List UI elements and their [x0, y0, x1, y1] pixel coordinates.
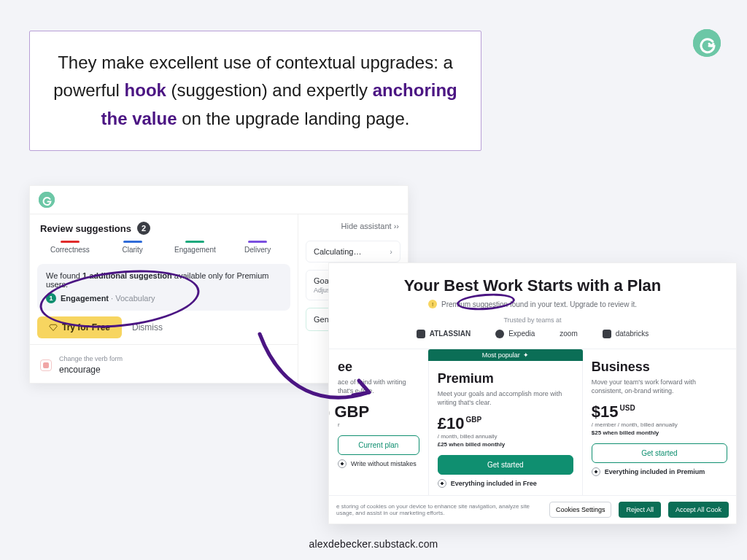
promo-count-dot: 1	[46, 293, 56, 303]
alert-shield-icon	[40, 359, 52, 371]
get-started-business-button[interactable]: Get started	[592, 443, 727, 463]
cookie-banner: e storing of cookies on your device to e…	[329, 495, 736, 524]
headline-text: They make excellent use of contextual up…	[50, 49, 460, 133]
premium-promo-card: We found 1 additional suggestion availab…	[37, 264, 290, 311]
promo-line: We found 1 additional suggestion availab…	[46, 271, 282, 289]
pricing-title: Your Best Work Starts with a Plan	[344, 276, 721, 295]
status-calculating[interactable]: Calculating…›	[306, 241, 400, 262]
grammarly-logo-small-icon	[39, 192, 55, 208]
headline-callout: They make excellent use of contextual up…	[29, 31, 481, 151]
tab-clarity[interactable]: Clarity	[101, 241, 164, 254]
attribution: alexdebecker.substack.com	[0, 538, 747, 550]
reject-all-button[interactable]: Reject All	[619, 502, 661, 518]
plan-premium: Most popular✦ Premium Meet your goals an…	[429, 361, 583, 495]
try-for-free-button[interactable]: Try for Free	[37, 316, 122, 338]
logo-zoom: zoom	[560, 330, 577, 338]
plan-free: ee ace of mind with writing that's e-fre…	[329, 349, 429, 495]
dismiss-link[interactable]: Dismiss	[132, 322, 163, 332]
pricing-page-screenshot: Your Best Work Starts with a Plan ! Prem…	[328, 262, 737, 524]
logo-atlassian: ATLASSIAN	[417, 330, 471, 338]
most-popular-badge: Most popular✦	[428, 349, 583, 361]
logo-expedia: Expedia	[495, 330, 535, 338]
category-tabs: Correctness Clarity Engagement Delivery	[30, 239, 298, 260]
current-plan-button[interactable]: Current plan	[338, 435, 419, 455]
diamond-icon	[49, 323, 58, 332]
tab-engagement[interactable]: Engagement	[164, 241, 227, 254]
grammarly-logo-icon	[693, 29, 721, 57]
logo-databricks: databricks	[603, 330, 649, 338]
tab-delivery[interactable]: Delivery	[226, 241, 289, 254]
review-suggestions-title: Review suggestions	[40, 223, 131, 234]
feature-item: Everything included in Free	[438, 479, 573, 488]
warning-dot-icon: !	[428, 300, 437, 308]
feature-item: Everything included in Premium	[592, 467, 727, 476]
trusted-label: Trusted by teams at	[344, 316, 721, 324]
tab-correctness[interactable]: Correctness	[39, 241, 101, 254]
plan-business: Business Move your team's work forward w…	[583, 349, 736, 495]
pricing-subtext: ! Premium suggestion found in your text.…	[428, 300, 637, 308]
feature-item: Write without mistakes	[338, 459, 419, 468]
suggestions-count-badge: 2	[137, 222, 150, 235]
cookies-settings-button[interactable]: Cookies Settings	[549, 502, 612, 518]
trusted-logos: ATLASSIAN Expedia zoom databricks	[344, 330, 721, 338]
hide-assistant-link[interactable]: Hide assistant ››	[298, 214, 408, 233]
suggestion-item[interactable]: Change the verb formencourage	[30, 348, 298, 383]
chevron-right-icon: ›	[390, 247, 392, 256]
get-started-premium-button[interactable]: Get started	[438, 455, 573, 475]
sparkle-icon: ✦	[523, 351, 529, 359]
accept-all-button[interactable]: Accept All Cook	[668, 502, 729, 518]
